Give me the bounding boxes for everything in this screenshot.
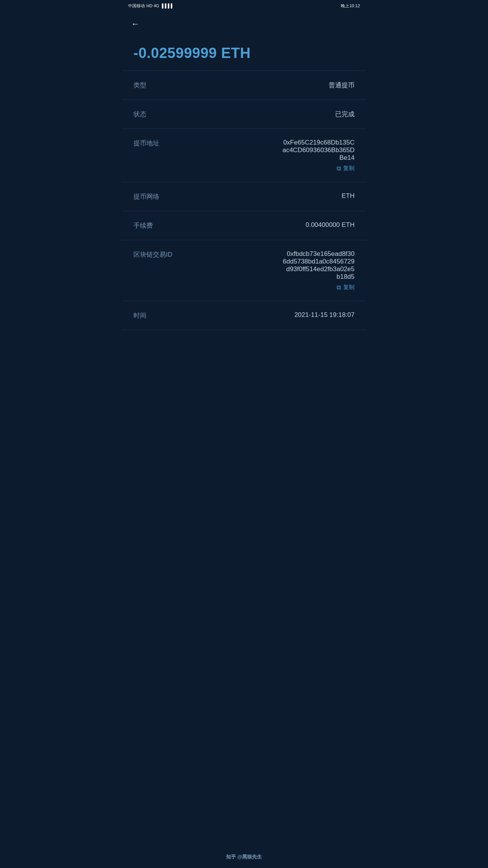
info-row-4: 手续费0.00400000 ETH bbox=[122, 211, 366, 240]
info-row-1: 状态已完成 bbox=[122, 100, 366, 129]
time-display: 晚上10:12 bbox=[341, 3, 360, 8]
info-row-2: 提币地址0xFe65C219c68Db135Cac4CD60936036Bb36… bbox=[122, 129, 366, 182]
signal-icons: HD 4G ▐▐▐▐ bbox=[146, 3, 172, 8]
copy-label-5: 复制 bbox=[343, 284, 355, 291]
info-value-3: ETH bbox=[342, 192, 355, 200]
info-label-2: 提币地址 bbox=[133, 139, 159, 148]
info-label-6: 时间 bbox=[133, 311, 146, 320]
address-line: 0xfbdcb73e165ead8f30 bbox=[287, 250, 355, 258]
amount-display: -0.02599999 ETH bbox=[133, 45, 355, 61]
info-row-5: 区块链交易ID0xfbdcb73e165ead8f306dd5738bd1a0c… bbox=[122, 240, 366, 301]
address-line: b18d5 bbox=[337, 273, 355, 281]
info-value-1: 已完成 bbox=[335, 110, 355, 119]
address-line: 6dd5738bd1a0c8456729 bbox=[283, 258, 355, 265]
copy-label-2: 复制 bbox=[343, 165, 355, 172]
address-line: Be14 bbox=[339, 154, 355, 162]
status-bar-left: 中国移动 HD 4G ▐▐▐▐ bbox=[128, 3, 172, 9]
info-value-5: 0xfbdcb73e165ead8f306dd5738bd1a0c8456729… bbox=[283, 250, 355, 291]
info-value-0: 普通提币 bbox=[329, 81, 355, 90]
info-label-1: 状态 bbox=[133, 110, 146, 119]
carrier-text: 中国移动 bbox=[128, 3, 145, 9]
amount-section: -0.02599999 ETH bbox=[122, 34, 366, 71]
info-value-6: 2021-11-15 19:18:07 bbox=[294, 311, 355, 319]
address-line: ac4CD60936036Bb365D bbox=[283, 146, 355, 154]
info-row-0: 类型普通提币 bbox=[122, 71, 366, 100]
status-bar: 中国移动 HD 4G ▐▐▐▐ 晚上10:12 bbox=[122, 0, 366, 11]
info-value-4: 0.00400000 ETH bbox=[305, 221, 355, 229]
copy-button-5[interactable]: ⧉复制 bbox=[337, 284, 355, 291]
info-row-3: 提币网络ETH bbox=[122, 182, 366, 211]
copy-icon-5: ⧉ bbox=[337, 284, 341, 291]
info-label-3: 提币网络 bbox=[133, 192, 159, 201]
address-line: d93f0ff514ed2fb3a02e5 bbox=[286, 265, 355, 273]
address-line: 0xFe65C219c68Db135C bbox=[283, 139, 355, 146]
info-label-5: 区块链交易ID bbox=[133, 250, 172, 259]
info-label-4: 手续费 bbox=[133, 221, 153, 230]
status-bar-right: 晚上10:12 bbox=[341, 3, 360, 9]
info-row-6: 时间2021-11-15 19:18:07 bbox=[122, 301, 366, 330]
back-button[interactable]: ← bbox=[130, 18, 141, 31]
header: ← bbox=[122, 11, 366, 34]
copy-icon-2: ⧉ bbox=[337, 165, 341, 172]
info-label-0: 类型 bbox=[133, 81, 146, 90]
info-rows-container: 类型普通提币状态已完成提币地址0xFe65C219c68Db135Cac4CD6… bbox=[122, 71, 366, 330]
copy-button-2[interactable]: ⧉复制 bbox=[337, 165, 355, 172]
info-value-2: 0xFe65C219c68Db135Cac4CD60936036Bb365DBe… bbox=[283, 139, 355, 172]
